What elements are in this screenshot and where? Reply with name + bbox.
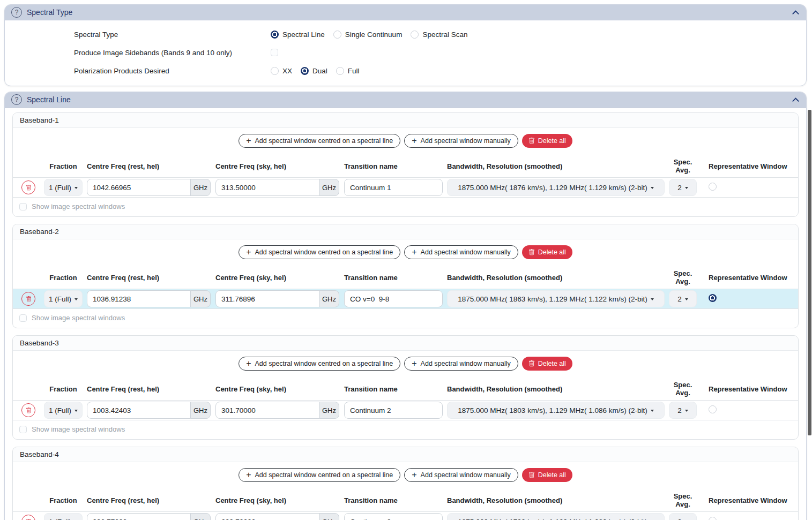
show-image-label: Show image spectral windows [32, 314, 125, 322]
spec-avg-value: 2 [677, 295, 682, 303]
representative-radio[interactable] [709, 405, 717, 413]
add-spw-manually-button[interactable]: + Add spectral window manually [404, 468, 518, 482]
fraction-select[interactable]: 1 (Full) [44, 513, 83, 520]
add-spw-centred-button[interactable]: + Add spectral window centred on a spect… [239, 357, 400, 371]
transition-name-input[interactable] [344, 290, 443, 307]
delete-all-button[interactable]: Delete all [522, 357, 572, 371]
plus-icon: + [246, 471, 251, 479]
delete-all-label: Delete all [538, 137, 566, 145]
show-image-checkbox[interactable] [19, 314, 27, 322]
column-header-fraction: Fraction [44, 385, 83, 393]
delete-all-button[interactable]: Delete all [522, 245, 572, 259]
bandwidth-select[interactable]: 1875.000 MHz( 1876 km/s), 1.129 MHz( 1.1… [447, 179, 665, 196]
unit-addon: GHz [190, 290, 211, 307]
trash-icon [528, 360, 535, 367]
spectral-type-section: ? Spectral Type Spectral Type Spectral L… [4, 4, 807, 86]
caret-down-icon [75, 298, 78, 300]
radio-xx[interactable]: XX [271, 67, 292, 75]
caret-down-icon [651, 410, 654, 412]
rest-freq-input[interactable] [87, 402, 191, 419]
collapse-chevron-icon[interactable] [792, 9, 800, 17]
delete-spw-button[interactable] [21, 403, 35, 417]
radio-dual[interactable]: Dual [301, 67, 327, 75]
add-spw-manually-button[interactable]: + Add spectral window manually [404, 357, 518, 371]
radio-spectral-line[interactable]: Spectral Line [271, 31, 325, 39]
representative-radio[interactable] [709, 517, 717, 520]
baseband-title: Baseband-1 [20, 116, 59, 124]
sky-freq-input[interactable] [215, 179, 319, 196]
page: ? Spectral Type Spectral Type Spectral L… [0, 0, 812, 520]
baseband-header: Baseband-4 [13, 447, 798, 462]
unit-addon: GHz [319, 402, 339, 419]
bandwidth-select[interactable]: 1875.000 MHz( 1793 km/s), 1.129 MHz( 1.0… [447, 513, 665, 520]
rest-freq-input[interactable] [87, 290, 191, 307]
radio-full[interactable]: Full [336, 67, 360, 75]
spectral-line-section: ? Spectral Line Baseband-1 + Add spectra… [4, 92, 807, 520]
sky-freq-input[interactable] [215, 290, 319, 307]
add-spw-manually-label: Add spectral window manually [421, 360, 511, 367]
fraction-select[interactable]: 1 (Full) [44, 179, 83, 196]
radio-single-continuum[interactable]: Single Continuum [333, 31, 403, 39]
trash-icon [528, 138, 535, 144]
transition-name-input[interactable] [344, 513, 443, 520]
spec-avg-select[interactable]: 2 [669, 402, 697, 419]
spec-avg-select[interactable]: 2 [669, 290, 697, 307]
unit-addon: GHz [190, 179, 211, 196]
show-image-checkbox[interactable] [19, 426, 27, 433]
scrollbar-thumb[interactable] [808, 110, 811, 435]
bandwidth-value: 1875.000 MHz( 1793 km/s), 1.129 MHz( 1.0… [458, 518, 647, 520]
bandwidth-select[interactable]: 1875.000 MHz( 1803 km/s), 1.129 MHz( 1.0… [447, 402, 665, 419]
radio-spectral-scan[interactable]: Spectral Scan [411, 31, 467, 39]
delete-spw-button[interactable] [21, 515, 35, 520]
add-spw-centred-button[interactable]: + Add spectral window centred on a spect… [239, 245, 400, 259]
delete-spw-button[interactable] [21, 180, 35, 194]
image-sidebands-checkbox[interactable] [271, 49, 278, 56]
representative-radio[interactable] [709, 183, 717, 191]
caret-down-icon [651, 187, 654, 189]
column-header-rest-freq: Centre Freq (rest, hel) [87, 274, 211, 282]
spec-avg-select[interactable]: 2 [669, 513, 697, 520]
spec-avg-select[interactable]: 2 [669, 179, 697, 196]
show-image-checkbox[interactable] [19, 203, 27, 210]
add-spw-centred-button[interactable]: + Add spectral window centred on a spect… [239, 468, 400, 482]
spw-row: 1 (Full) GHz GHz 1 [13, 289, 798, 309]
caret-down-icon [75, 187, 78, 189]
radio-icon [336, 67, 344, 75]
transition-name-input[interactable] [344, 179, 443, 196]
fraction-value: 1 (Full) [49, 406, 71, 415]
sky-freq-input[interactable] [215, 402, 319, 419]
transition-name-input[interactable] [344, 402, 443, 419]
add-spw-manually-button[interactable]: + Add spectral window manually [404, 245, 518, 259]
bandwidth-select[interactable]: 1875.000 MHz( 1863 km/s), 1.129 MHz( 1.1… [447, 290, 665, 307]
spectral-line-header: ? Spectral Line [5, 92, 806, 108]
delete-all-button[interactable]: Delete all [522, 468, 572, 482]
spw-column-headers: Fraction Centre Freq (rest, hel) Centre … [13, 485, 798, 511]
representative-radio[interactable] [709, 294, 717, 302]
image-sidebands-label: Produce Image Sidebands (Bands 9 and 10 … [5, 49, 271, 57]
sky-freq-input[interactable] [215, 513, 319, 520]
delete-all-button[interactable]: Delete all [522, 134, 572, 148]
rest-freq-input[interactable] [87, 179, 191, 196]
spec-avg-value: 2 [677, 184, 682, 192]
baseband-toolbar: + Add spectral window centred on a spect… [13, 128, 798, 151]
radio-label: Single Continuum [345, 31, 403, 39]
image-sidebands-row: Produce Image Sidebands (Bands 9 and 10 … [5, 43, 806, 62]
fraction-select[interactable]: 1 (Full) [44, 402, 83, 419]
help-icon[interactable]: ? [11, 7, 22, 18]
spectral-type-body: Spectral Type Spectral Line Single Conti… [5, 20, 806, 86]
column-header-sky-freq: Centre Freq (sky, hel) [215, 496, 340, 504]
add-spw-manually-label: Add spectral window manually [421, 471, 511, 479]
delete-spw-button[interactable] [21, 292, 35, 306]
add-spw-manually-button[interactable]: + Add spectral window manually [404, 134, 518, 148]
fraction-select[interactable]: 1 (Full) [44, 290, 83, 307]
column-header-representative: Representative Window [701, 274, 798, 282]
radio-icon [411, 31, 419, 39]
add-spw-centred-button[interactable]: + Add spectral window centred on a spect… [239, 134, 400, 148]
collapse-chevron-icon[interactable] [792, 96, 800, 104]
help-icon[interactable]: ? [11, 94, 22, 105]
rest-freq-input[interactable] [87, 513, 191, 520]
spw-column-headers: Fraction Centre Freq (rest, hel) Centre … [13, 151, 798, 177]
baseband-toolbar: + Add spectral window centred on a spect… [13, 462, 798, 485]
column-header-sky-freq: Centre Freq (sky, hel) [215, 274, 340, 282]
spec-avg-value: 2 [677, 406, 682, 415]
